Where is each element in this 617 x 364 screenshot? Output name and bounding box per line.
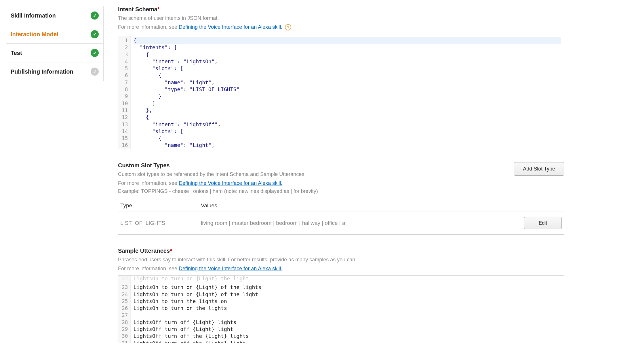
check-icon: ✓ [91,30,99,38]
sidebar-item-publishing-information[interactable]: Publishing Information ✓ [6,62,104,81]
voice-interface-link[interactable]: Defining the Voice Interface for an Alex… [179,266,282,271]
add-slot-type-button[interactable]: Add Slot Type [514,162,564,176]
required-asterisk: * [170,248,172,254]
section-description: The schema of user intents in JSON forma… [118,14,564,22]
table-row: LIST_OF_LIGHTS living room | master bedr… [118,212,564,235]
line-gutter: 12345678910111213141516 [118,36,131,149]
slot-types-table: Type Values LIST_OF_LIGHTS living room |… [118,200,564,235]
sidebar-item-label: Interaction Model [11,31,58,38]
sidebar-item-label: Publishing Information [11,68,73,75]
sample-utterances-section: Sample Utterances* Phrases end users say… [118,248,564,343]
intent-schema-section: Intent Schema* The schema of user intent… [118,6,564,149]
check-icon: ✓ [91,68,99,76]
sidebar-item-label: Skill Information [11,12,56,19]
column-header-values: Values [201,202,504,209]
intent-schema-editor[interactable]: 12345678910111213141516 { "intents": [ {… [118,36,564,149]
section-title: Sample Utterances* [118,248,564,254]
code-content[interactable]: { "intents": [ { "intent": "LightsOn", "… [131,36,564,149]
section-more-info: For more information, see Defining the V… [118,265,564,273]
section-more-info: For more information, see Defining the V… [118,23,564,31]
slot-type-values: living room | master bedroom | bedroom |… [201,220,504,226]
table-header: Type Values [118,200,564,212]
column-header-type: Type [120,202,201,209]
custom-slot-types-section: Custom Slot Types Custom slot types to b… [118,162,564,235]
voice-interface-link[interactable]: Defining the Voice Interface for an Alex… [179,180,282,186]
sidebar-item-skill-information[interactable]: Skill Information ✓ [6,6,104,25]
title-text: Intent Schema [118,6,157,12]
section-description: Custom slot types to be referenced by th… [118,170,318,178]
more-info-prefix: For more information, see [118,180,179,186]
title-text: Sample Utterances [118,248,170,254]
check-icon: ✓ [91,12,99,20]
line-gutter: 22232425262728293031 [118,276,131,343]
sidebar-item-interaction-model[interactable]: Interaction Model ✓ [6,25,104,43]
sidebar: Skill Information ✓ Interaction Model ✓ … [6,6,104,356]
voice-interface-link[interactable]: Defining the Voice Interface for an Alex… [179,24,282,30]
check-icon: ✓ [91,49,99,57]
more-info-prefix: For more information, see [118,266,179,271]
code-content[interactable]: LightsOn to turn on {Light} the lightLig… [131,276,564,343]
more-info-prefix: For more information, see [118,24,179,30]
help-icon[interactable]: ? [285,24,291,30]
main-content: Intent Schema* The schema of user intent… [118,6,564,356]
section-title: Custom Slot Types [118,162,318,169]
section-title: Intent Schema* [118,6,564,13]
edit-slot-button[interactable]: Edit [524,217,562,229]
required-asterisk: * [157,6,160,12]
sidebar-item-label: Test [11,50,22,56]
sidebar-item-test[interactable]: Test ✓ [6,43,104,62]
slot-type-name: LIST_OF_LIGHTS [120,220,201,226]
section-description: Phrases end users say to interact with t… [118,256,564,264]
section-more-info: For more information, see Defining the V… [118,179,318,187]
example-text: Example: TOPPINGS - cheese | onions | ha… [118,188,318,194]
sample-utterances-editor[interactable]: 22232425262728293031 LightsOn to turn on… [118,275,564,343]
